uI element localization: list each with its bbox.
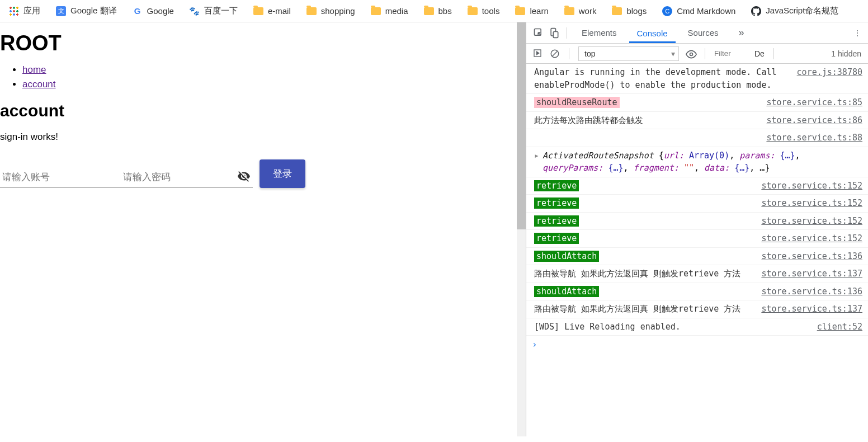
console-source-link[interactable]: store.service.ts:85	[766, 96, 862, 109]
tab-elements[interactable]: Elements	[574, 22, 625, 43]
bookmark-google-translate[interactable]: 文 Google 翻译	[56, 6, 117, 16]
console-source-link[interactable]: store.service.ts:152	[761, 197, 862, 210]
hidden-count[interactable]: 1 hidden	[831, 49, 861, 58]
apps-label: 应用	[23, 6, 40, 16]
console-message[interactable]: ActivatedRouteSnapshot {url: Array(0), p…	[542, 149, 862, 175]
tab-overflow-icon[interactable]: »	[731, 21, 752, 44]
page-content: ROOT home account account sign-in works!…	[0, 22, 517, 436]
nav-list: home account	[22, 64, 506, 90]
bookmark-label: shopping	[321, 6, 355, 16]
scrollbar[interactable]	[517, 22, 526, 436]
context-value: top	[584, 49, 595, 58]
console-output: Angular is running in the development mo…	[526, 64, 868, 436]
login-form: 登录	[0, 159, 506, 188]
console-row: ▸ ActivatedRouteSnapshot {url: Array(0),…	[526, 147, 868, 177]
tab-console[interactable]: Console	[629, 23, 676, 43]
console-source-link[interactable]: store.service.ts:152	[761, 215, 862, 228]
console-source-link[interactable]: store.service.ts:136	[761, 285, 862, 298]
bookmark-media[interactable]: media	[371, 6, 408, 16]
login-button[interactable]: 登录	[260, 159, 305, 188]
bookmark-tools[interactable]: tools	[468, 6, 500, 16]
bookmark-label: Cmd Markdown	[677, 6, 735, 16]
nav-link-account[interactable]: account	[22, 79, 56, 90]
section-title: account	[0, 101, 506, 120]
divider	[569, 48, 569, 59]
bookmark-blogs[interactable]: blogs	[612, 6, 647, 16]
console-message: 路由被导航 如果此方法返回真 则触发retrieve 方法	[534, 303, 754, 316]
console-row: 路由被导航 如果此方法返回真 则触发retrieve 方法 store.serv…	[526, 300, 868, 318]
console-source-link[interactable]: store.service.ts:152	[761, 180, 862, 192]
console-message: [WDS] Live Reloading enabled.	[534, 321, 810, 333]
levels-label[interactable]: De	[754, 49, 765, 58]
bookmark-label: 百度一下	[204, 6, 238, 16]
console-source-link[interactable]: store.service.ts:88	[766, 131, 862, 144]
baidu-icon: 🐾	[190, 6, 200, 16]
bookmarks-bar: 应用 文 Google 翻译 G Google 🐾 百度一下 e-mail sh…	[0, 0, 868, 22]
console-message: shouldAttach	[534, 285, 754, 298]
bookmark-work[interactable]: work	[564, 6, 597, 16]
console-row: retrieve store.service.ts:152	[526, 195, 868, 213]
bookmark-label: media	[385, 6, 408, 16]
console-message: 此方法每次路由跳转都会触发	[534, 114, 760, 127]
divider	[567, 27, 567, 39]
console-row: 路由被导航 如果此方法返回真 则触发retrieve 方法 store.serv…	[526, 265, 868, 283]
divider	[705, 48, 705, 59]
folder-icon	[612, 7, 622, 15]
translate-icon: 文	[56, 6, 66, 16]
clear-console-icon[interactable]	[550, 49, 560, 59]
play-icon[interactable]	[533, 49, 543, 59]
console-source-link[interactable]: store.service.ts:137	[761, 267, 862, 280]
expand-icon[interactable]: ▸	[534, 149, 539, 175]
eye-icon[interactable]	[686, 49, 696, 59]
tab-sources[interactable]: Sources	[680, 22, 727, 43]
console-message: retrieve	[534, 180, 754, 192]
filter-input[interactable]	[714, 49, 748, 58]
console-row: store.service.ts:88	[526, 129, 868, 147]
svg-marker-4	[537, 51, 539, 54]
console-row: retrieve store.service.ts:152	[526, 230, 868, 248]
bookmark-baidu[interactable]: 🐾 百度一下	[190, 6, 238, 16]
username-input[interactable]	[0, 167, 121, 188]
bookmark-label: blogs	[626, 6, 647, 16]
bookmark-label: work	[579, 6, 597, 16]
bookmark-email[interactable]: e-mail	[253, 6, 291, 16]
svg-point-7	[690, 53, 693, 55]
console-prompt[interactable]: ›	[526, 336, 868, 353]
bookmark-learn[interactable]: learn	[515, 6, 548, 16]
console-message: retrieve	[534, 197, 754, 210]
inspect-icon[interactable]	[533, 27, 544, 39]
bookmark-google[interactable]: G Google	[133, 6, 174, 16]
console-source-link[interactable]: core.js:38780	[797, 66, 862, 91]
folder-icon	[515, 7, 525, 15]
bookmark-bbs[interactable]: bbs	[424, 6, 452, 16]
console-row: [WDS] Live Reloading enabled. client:52	[526, 318, 868, 336]
password-input[interactable]	[121, 167, 253, 188]
scrollbar-thumb[interactable]	[517, 22, 526, 229]
bookmark-label: bbs	[438, 6, 452, 16]
folder-icon	[306, 7, 317, 15]
console-source-link[interactable]: store.service.ts:86	[766, 114, 862, 127]
apps-bookmark[interactable]: 应用	[9, 6, 40, 16]
visibility-off-icon[interactable]	[237, 170, 251, 185]
device-icon[interactable]	[549, 27, 560, 39]
console-message: Angular is running in the development mo…	[534, 66, 790, 91]
console-row: Angular is running in the development mo…	[526, 64, 868, 94]
console-message: shouldReuseRoute	[534, 96, 760, 109]
bookmark-label: Google 翻译	[70, 6, 117, 16]
cmd-icon: C	[662, 6, 672, 16]
console-source-link[interactable]: client:52	[817, 321, 862, 333]
folder-icon	[253, 7, 263, 15]
svg-rect-2	[553, 31, 558, 37]
google-icon: G	[133, 6, 143, 16]
bookmark-javascript-naming[interactable]: JavaScript命名规范	[751, 6, 838, 16]
context-dropdown[interactable]: top	[578, 46, 679, 61]
console-source-link[interactable]: store.service.ts:137	[761, 303, 862, 316]
console-source-link[interactable]: store.service.ts:136	[761, 250, 862, 263]
devtools-menu-icon[interactable]: ⋮	[853, 29, 861, 37]
bookmark-shopping[interactable]: shopping	[306, 6, 355, 16]
nav-link-home[interactable]: home	[22, 64, 46, 75]
bookmark-cmd-markdown[interactable]: C Cmd Markdown	[662, 6, 735, 16]
signin-text: sign-in works!	[0, 131, 506, 143]
console-toolbar: top De 1 hidden	[526, 44, 868, 64]
console-source-link[interactable]: store.service.ts:152	[761, 232, 862, 245]
